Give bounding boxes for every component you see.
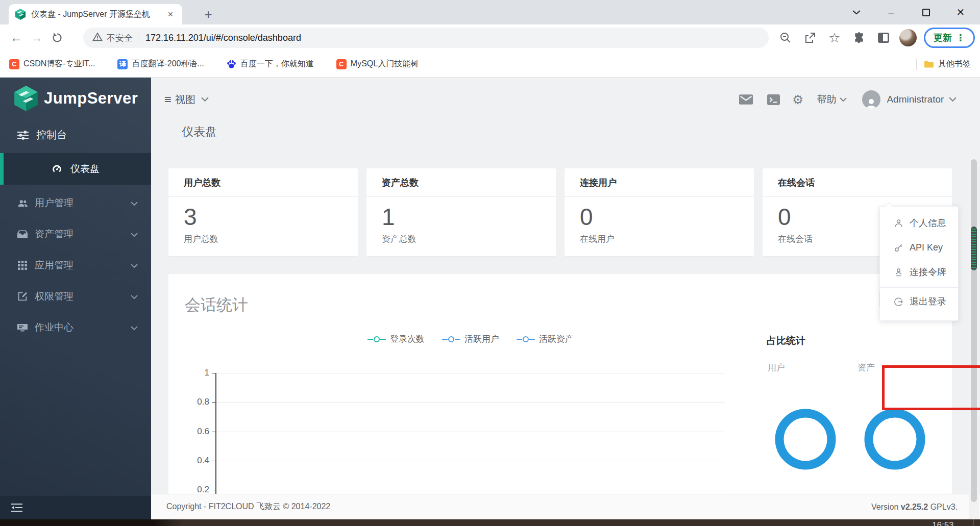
tab-title: 仪表盘 - JumpServer 开源堡垒机 [31, 9, 165, 20]
bookmark-fanyi[interactable]: 译 百度翻译-200种语... [117, 59, 204, 69]
mail-icon[interactable] [739, 94, 753, 105]
card-subtitle: 在线用户 [565, 233, 754, 245]
window-close-button[interactable]: ✕ [943, 0, 978, 24]
bookmark-mysql[interactable]: C MySQL入门技能树 [336, 59, 419, 69]
back-button[interactable]: ← [6, 28, 27, 48]
y-tick [212, 490, 215, 490]
scrollbar-track[interactable] [969, 155, 979, 526]
share-icon[interactable] [801, 29, 819, 46]
not-secure-warning-icon[interactable] [92, 32, 103, 43]
gridline [216, 373, 725, 373]
collapse-sidebar-icon[interactable] [11, 503, 23, 512]
logout-icon [894, 297, 903, 306]
card-total-assets[interactable]: 资产总数 1 资产总数 [366, 168, 556, 256]
bookmark-baidu[interactable]: 百度一下，你就知道 [227, 59, 314, 69]
menu-item-api-key[interactable]: API Key [880, 235, 958, 260]
sidebar-item-assets[interactable]: 资产管理 [0, 218, 151, 249]
chevron-down-icon [131, 260, 138, 271]
chevron-down-icon [131, 322, 138, 333]
browser-tab[interactable]: 仪表盘 - JumpServer 开源堡垒机 × [9, 4, 182, 24]
card-total-users[interactable]: 用户总数 3 用户总数 [168, 168, 358, 256]
sidebar-item-label: 仪表盘 [70, 162, 100, 176]
sidebar-item-applications[interactable]: 应用管理 [0, 249, 151, 281]
donut-label-users: 用户 [768, 362, 785, 373]
bookmark-label: MySQL入门技能树 [351, 59, 419, 69]
y-tick-label: 0.2 [180, 485, 209, 495]
update-label: 更新 [934, 32, 952, 44]
window-minimize-button[interactable]: – [874, 0, 909, 24]
scrollbar-thumb[interactable] [971, 159, 977, 502]
scrollbar-artifact [971, 227, 977, 270]
y-tick-label: 0.6 [180, 427, 209, 437]
menu-item-connect-token[interactable]: 连接令牌 [880, 260, 958, 284]
legend-marker-icon [517, 336, 535, 343]
reload-button[interactable] [47, 28, 67, 48]
tab-close-icon[interactable]: × [165, 9, 176, 20]
donut-chart-assets[interactable] [864, 409, 925, 470]
chart-title: 会话统计 [185, 294, 248, 316]
users-icon [17, 198, 28, 208]
chevron-down-icon [131, 291, 138, 302]
brand[interactable]: JumpServer [13, 85, 138, 112]
window-chevron-icon[interactable] [839, 0, 874, 24]
window-restore-button[interactable] [909, 0, 943, 24]
donut-label-assets: 资产 [857, 362, 875, 373]
legend-login-count[interactable]: 登录次数 [368, 333, 425, 345]
page-title: 仪表盘 [182, 124, 217, 140]
ratio-statistics-title: 占比统计 [767, 334, 805, 347]
gear-icon[interactable]: ⚙ [792, 92, 803, 107]
menu-item-label: API Key [910, 242, 943, 253]
bookmark-label: 百度一下，你就知道 [240, 59, 314, 69]
sidebar-item-dashboard[interactable]: 仪表盘 [0, 153, 151, 185]
y-tick-label: 0.4 [180, 456, 209, 466]
address-bar[interactable]: 不安全 172.16.11.201/ui/#/console/dashboard [83, 28, 769, 48]
tab-strip: 仪表盘 - JumpServer 开源堡垒机 × + – ✕ [0, 0, 980, 24]
sidebar-item-job-center[interactable]: 作业中心 [0, 312, 151, 343]
zoom-out-icon[interactable] [777, 29, 794, 46]
card-value: 1 [366, 205, 556, 229]
forward-button: → [27, 28, 47, 48]
other-bookmarks-button[interactable]: 其他书签 [924, 59, 971, 69]
gauge-icon [51, 164, 62, 174]
menu-item-profile[interactable]: 个人信息 [880, 211, 958, 235]
legend-active-users[interactable]: 活跃用户 [442, 333, 499, 345]
menu-item-logout[interactable]: 退出登录 [880, 288, 958, 315]
copyright-text: Copyright - FIT2CLOUD 飞致云 © 2014-2022 [166, 502, 330, 512]
extensions-puzzle-icon[interactable] [850, 29, 868, 46]
sidebar-item-permissions[interactable]: 权限管理 [0, 281, 151, 312]
card-connected-users[interactable]: 连接用户 0 在线用户 [565, 168, 754, 256]
chevron-down-icon[interactable] [949, 97, 957, 102]
donut-chart-users[interactable] [775, 409, 836, 470]
y-tick [212, 402, 215, 403]
user-avatar[interactable] [862, 90, 880, 109]
security-label[interactable]: 不安全 [107, 32, 133, 44]
stat-cards: 用户总数 3 用户总数 资产总数 1 资产总数 连接用户 0 在线用户 在线会话… [168, 168, 952, 256]
new-tab-button[interactable]: + [200, 6, 216, 22]
sidebar-section-console[interactable]: 控制台 [17, 128, 67, 142]
card-subtitle: 用户总数 [168, 233, 358, 245]
annotation-red-box [882, 365, 980, 410]
sidebar-item-label: 作业中心 [35, 321, 74, 334]
side-panel-icon[interactable] [875, 29, 892, 46]
gridline [216, 402, 725, 403]
version-value: v2.25.2 [901, 503, 928, 511]
gridline [216, 490, 725, 490]
help-menu[interactable]: 帮助 [817, 93, 847, 106]
menu-item-label: 连接令牌 [910, 266, 946, 278]
username-label[interactable]: Administrator [887, 94, 944, 105]
view-switcher[interactable]: ≡ 视图 [164, 91, 209, 108]
version-text: Version v2.25.2 GPLv3. [871, 503, 958, 512]
hamburger-icon: ≡ [164, 92, 172, 107]
url-text[interactable]: 172.16.11.201/ui/#/console/dashboard [145, 33, 301, 43]
update-button[interactable]: 更新 ⋮ [924, 28, 975, 48]
legend-active-assets[interactable]: 活跃资产 [517, 333, 574, 345]
y-tick [212, 432, 215, 432]
sidebar-item-users[interactable]: 用户管理 [0, 187, 151, 218]
bookmark-csdn[interactable]: C CSDN博客-专业IT... [9, 59, 95, 69]
sidebar: JumpServer 控制台 仪表盘 [0, 78, 151, 519]
baidu-translate-icon: 译 [117, 59, 128, 69]
web-terminal-icon[interactable] [767, 94, 780, 105]
bookmark-star-icon[interactable]: ☆ [826, 29, 843, 46]
browser-menu-kebab-icon[interactable]: ⋮ [956, 32, 965, 43]
profile-avatar[interactable] [899, 29, 917, 46]
